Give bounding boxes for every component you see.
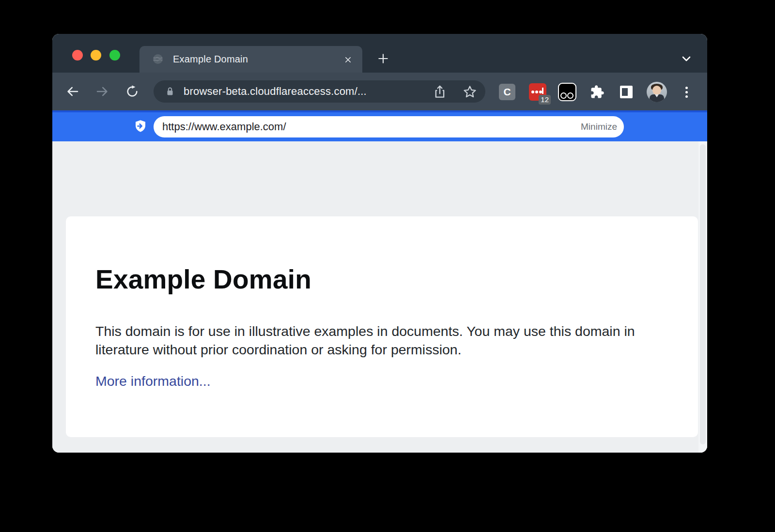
remote-browser-banner: https://www.example.com/ Minimize (52, 110, 707, 141)
shield-arrow-icon (133, 119, 148, 134)
extensions-puzzle-button[interactable] (588, 83, 606, 101)
more-information-link[interactable]: More information... (95, 373, 211, 389)
extension-badge: 12 (539, 95, 551, 105)
extension-c-label: C (499, 84, 515, 100)
side-panel-button[interactable] (617, 83, 636, 101)
tab-example-domain[interactable]: Example Domain (140, 46, 362, 73)
two-circles-icon (558, 83, 576, 101)
browser-menu-button[interactable] (679, 83, 694, 101)
page-viewport: Example Domain This domain is for use in… (52, 141, 707, 453)
screenshot-canvas: Example Domain (0, 0, 775, 532)
extension-password-button[interactable]: 12 (528, 83, 547, 101)
puzzle-icon (590, 85, 604, 99)
close-window-button[interactable] (72, 50, 83, 61)
scrollbar[interactable] (698, 141, 707, 453)
lock-icon[interactable] (164, 86, 176, 97)
page-title: Example Domain (95, 264, 311, 295)
reload-button[interactable] (124, 83, 141, 100)
chevron-down-icon[interactable] (679, 52, 694, 65)
star-icon[interactable] (463, 85, 477, 99)
page-paragraph: This domain is for use in illustrative e… (95, 322, 657, 359)
minimize-banner-button[interactable]: Minimize (581, 116, 617, 137)
zoom-window-button[interactable] (109, 50, 120, 61)
browser-window: Example Domain (52, 34, 707, 453)
remote-url-input[interactable]: https://www.example.com/ Minimize (154, 116, 624, 137)
close-tab-icon[interactable] (341, 53, 354, 66)
content-card: Example Domain This domain is for use in… (66, 216, 698, 437)
remote-url-value: https://www.example.com/ (162, 116, 286, 137)
globe-icon (152, 53, 164, 65)
address-url: browser-beta.cloudflareaccess.com/... (184, 80, 367, 103)
password-dots-icon: 12 (529, 83, 546, 101)
scrollbar-thumb[interactable] (700, 144, 706, 444)
address-bar[interactable]: browser-beta.cloudflareaccess.com/... (154, 80, 485, 103)
tab-title: Example Domain (173, 46, 248, 73)
extension-c-button[interactable]: C (498, 83, 516, 101)
side-panel-icon (620, 86, 633, 98)
share-icon[interactable] (433, 85, 447, 99)
back-button[interactable] (64, 83, 81, 100)
tab-strip: Example Domain (52, 34, 707, 73)
minimize-window-button[interactable] (91, 50, 101, 61)
extension-dark-button[interactable] (558, 83, 576, 101)
browser-toolbar: browser-beta.cloudflareaccess.com/... C (52, 73, 707, 110)
profile-avatar[interactable] (647, 82, 667, 102)
new-tab-button[interactable] (376, 51, 390, 66)
forward-button[interactable] (93, 83, 111, 100)
